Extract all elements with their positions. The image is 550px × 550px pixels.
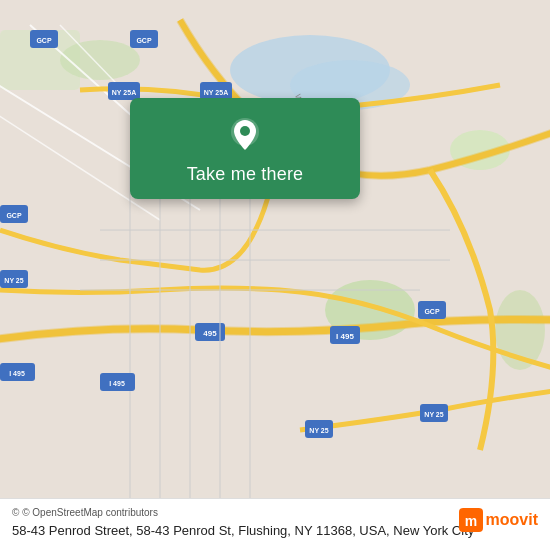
svg-text:495: 495	[203, 329, 217, 338]
svg-point-5	[60, 40, 140, 80]
moovit-text: moovit	[486, 511, 538, 529]
svg-text:m: m	[464, 513, 476, 529]
svg-text:NY 25: NY 25	[309, 427, 328, 434]
map-container: 495 I 495 NY 25A NY 25A NY 25 NY 25 NY 2…	[0, 0, 550, 550]
svg-text:NY 25: NY 25	[4, 277, 23, 284]
svg-text:GCP: GCP	[6, 212, 22, 219]
openstreetmap-credit: © OpenStreetMap contributors	[22, 507, 158, 518]
svg-text:GCP: GCP	[136, 37, 152, 44]
moovit-logo: m moovit	[459, 508, 538, 532]
svg-text:NY 25A: NY 25A	[204, 89, 228, 96]
location-pin-icon	[226, 116, 264, 154]
svg-text:I 495: I 495	[109, 380, 125, 387]
svg-text:I 495: I 495	[9, 370, 25, 377]
location-card: Take me there	[130, 98, 360, 199]
svg-text:NY 25: NY 25	[424, 411, 443, 418]
svg-text:GCP: GCP	[424, 308, 440, 315]
svg-text:GCP: GCP	[36, 37, 52, 44]
svg-text:I 495: I 495	[336, 332, 354, 341]
take-me-there-button[interactable]: Take me there	[187, 164, 304, 185]
moovit-icon: m	[459, 508, 483, 532]
map-background: 495 I 495 NY 25A NY 25A NY 25 NY 25 NY 2…	[0, 0, 550, 550]
svg-text:NY 25A: NY 25A	[112, 89, 136, 96]
svg-point-48	[240, 126, 250, 136]
copyright-symbol: ©	[12, 507, 19, 518]
bottom-bar: © © OpenStreetMap contributors 58-43 Pen…	[0, 498, 550, 550]
